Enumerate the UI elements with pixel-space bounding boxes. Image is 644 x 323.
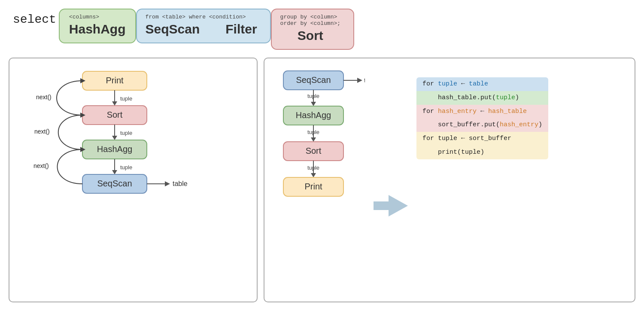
select-keyword: select <box>13 9 56 26</box>
columns-label: <columns> <box>69 14 126 20</box>
svg-rect-35 <box>374 201 391 210</box>
code-line-6: print(tuple) <box>416 146 548 159</box>
svg-marker-27 <box>311 137 316 142</box>
code-line-5: for tuple ← sort_buffer <box>416 132 548 146</box>
right-flow-svg: SeqScan table tuple HashAgg tuple <box>270 64 365 283</box>
svg-text:Print: Print <box>304 182 322 191</box>
seqscan-name: SeqScan <box>146 22 200 37</box>
code-block-area: for tuple ← table hash_table.put(tuple) … <box>416 64 629 296</box>
for-kw-3: for <box>422 135 438 142</box>
code-line-2: hash_table.put(tuple) <box>416 91 548 105</box>
seqscan-filter-names: SeqScan Filter <box>146 22 257 37</box>
seqscan-node-label: SeqScan <box>97 179 132 188</box>
tuple-kw-1: tuple <box>438 80 457 88</box>
tuple-label-1: tuple <box>120 95 132 102</box>
print-call: print(tuple) <box>422 149 484 156</box>
code-line-4: sort_buffer.put(hash_entry) <box>416 118 548 132</box>
hash-entry-kw-2: hash_entry <box>500 121 538 128</box>
hash-entry-kw-1: hash_entry <box>438 108 477 115</box>
svg-marker-10 <box>112 170 117 174</box>
top-section: select <columns> HashAgg from <table> wh… <box>9 9 635 50</box>
svg-marker-32 <box>311 173 316 177</box>
print-node-label: Print <box>106 76 124 85</box>
table-kw: table <box>469 80 488 88</box>
svg-text:table: table <box>364 77 365 84</box>
left-panel: Print tuple Sort next() tuple HashAgg ne… <box>9 58 258 302</box>
indent-2: sort_buffer.put( <box>422 121 500 128</box>
hashagg-node-label: HashAgg <box>97 144 132 154</box>
hash-table-kw: hash_table <box>488 108 527 115</box>
tuple-kw-2: tuple <box>496 94 515 101</box>
hashagg-box: <columns> HashAgg <box>59 9 136 43</box>
code-line-3: for hash_entry ← hash_table <box>416 105 548 119</box>
right-flow-col: SeqScan table tuple HashAgg tuple <box>270 64 365 296</box>
right-panel: SeqScan table tuple HashAgg tuple <box>264 58 635 302</box>
big-arrow-svg <box>374 195 408 216</box>
big-arrow-container <box>374 64 408 296</box>
svg-text:Sort: Sort <box>306 146 322 155</box>
next-label-1: next() <box>36 94 52 101</box>
next-label-2: next() <box>34 128 50 135</box>
svg-marker-22 <box>311 102 316 106</box>
close-2: ) <box>538 121 542 128</box>
svg-text:HashAgg: HashAgg <box>296 110 331 120</box>
svg-text:SeqScan: SeqScan <box>296 75 331 85</box>
svg-marker-6 <box>112 136 117 140</box>
sort-box: group by <column> order by <column>; Sor… <box>271 9 354 50</box>
sort-node-label: Sort <box>107 110 123 119</box>
code-line-1: for tuple ← table <box>416 77 548 91</box>
left-diagram-svg: Print tuple Sort next() tuple HashAgg ne… <box>14 63 237 282</box>
tuple-kw-3: tuple <box>438 135 457 142</box>
svg-marker-18 <box>357 78 362 83</box>
group-order-label: group by <column> order by <column>; <box>280 14 340 27</box>
sort-name: Sort <box>280 28 340 43</box>
seqscan-filter-box: from <table> where <condition> SeqScan F… <box>136 9 271 43</box>
bottom-section: Print tuple Sort next() tuple HashAgg ne… <box>9 58 635 302</box>
arrow-2: ← <box>477 108 488 115</box>
table-label-left: table <box>173 180 188 187</box>
tuple-label-2: tuple <box>120 130 132 136</box>
indent-1: hash_table.put( <box>422 94 496 101</box>
close-1: ) <box>515 94 519 101</box>
svg-marker-14 <box>165 181 170 186</box>
from-where-label: from <table> where <condition> <box>146 14 257 20</box>
for-kw-1: for <box>422 80 438 88</box>
svg-marker-36 <box>389 195 408 216</box>
next-label-3: next() <box>33 162 49 169</box>
code-block: for tuple ← table hash_table.put(tuple) … <box>416 77 548 159</box>
svg-marker-2 <box>112 101 117 106</box>
hashagg-name: HashAgg <box>69 22 126 37</box>
tuple-label-3: tuple <box>120 164 132 171</box>
filter-name: Filter <box>225 22 257 37</box>
arrow-1: ← <box>457 80 469 88</box>
arrow-3: ← sort_buffer <box>457 135 511 142</box>
for-kw-2: for <box>422 108 438 115</box>
